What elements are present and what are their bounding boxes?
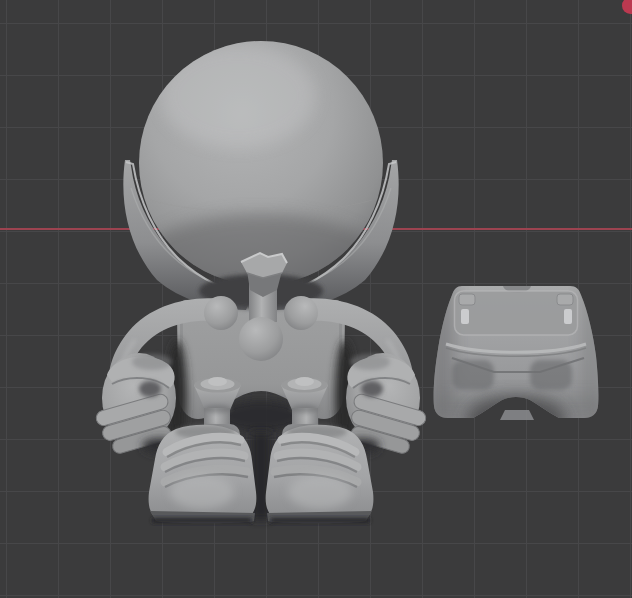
- sneaker-right[interactable]: [266, 424, 374, 523]
- panel-groove-pocket: [452, 360, 494, 390]
- shorts-part-object[interactable]: [428, 280, 605, 444]
- head-top-highlight: [160, 44, 316, 148]
- corner-tab: [557, 294, 573, 305]
- side-slot: [564, 309, 572, 324]
- 3d-viewport[interactable]: [0, 0, 632, 598]
- corner-tab: [459, 294, 475, 305]
- side-slot: [461, 309, 469, 324]
- scene-canvas[interactable]: [0, 0, 632, 598]
- sneaker-left[interactable]: [149, 424, 257, 523]
- figurine-object[interactable]: [94, 41, 427, 523]
- bottom-center-step: [500, 410, 534, 420]
- app-window: [0, 0, 632, 598]
- neck-ball-joint[interactable]: [239, 317, 283, 361]
- panel-groove-pocket: [530, 360, 572, 390]
